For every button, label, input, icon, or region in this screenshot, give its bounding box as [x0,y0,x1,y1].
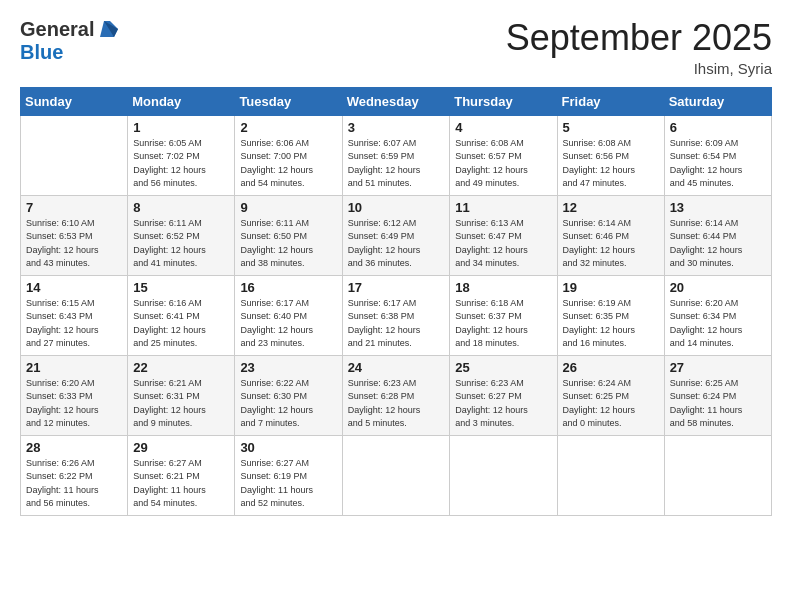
day-info: Sunrise: 6:16 AM Sunset: 6:41 PM Dayligh… [133,297,229,351]
header: General Blue September 2025 Ihsim, Syria [20,18,772,77]
calendar-header-wednesday: Wednesday [342,87,450,115]
calendar-cell: 24Sunrise: 6:23 AM Sunset: 6:28 PM Dayli… [342,355,450,435]
day-number: 9 [240,200,336,215]
day-number: 10 [348,200,445,215]
day-number: 29 [133,440,229,455]
day-number: 17 [348,280,445,295]
day-number: 2 [240,120,336,135]
day-number: 12 [563,200,659,215]
day-info: Sunrise: 6:17 AM Sunset: 6:40 PM Dayligh… [240,297,336,351]
day-info: Sunrise: 6:27 AM Sunset: 6:21 PM Dayligh… [133,457,229,511]
calendar-week-5: 28Sunrise: 6:26 AM Sunset: 6:22 PM Dayli… [21,435,772,515]
day-info: Sunrise: 6:14 AM Sunset: 6:46 PM Dayligh… [563,217,659,271]
day-number: 7 [26,200,122,215]
calendar-week-3: 14Sunrise: 6:15 AM Sunset: 6:43 PM Dayli… [21,275,772,355]
day-info: Sunrise: 6:20 AM Sunset: 6:33 PM Dayligh… [26,377,122,431]
day-number: 13 [670,200,766,215]
calendar-week-4: 21Sunrise: 6:20 AM Sunset: 6:33 PM Dayli… [21,355,772,435]
calendar-cell: 19Sunrise: 6:19 AM Sunset: 6:35 PM Dayli… [557,275,664,355]
calendar-cell: 29Sunrise: 6:27 AM Sunset: 6:21 PM Dayli… [128,435,235,515]
day-info: Sunrise: 6:24 AM Sunset: 6:25 PM Dayligh… [563,377,659,431]
calendar-cell: 2Sunrise: 6:06 AM Sunset: 7:00 PM Daylig… [235,115,342,195]
calendar-cell: 8Sunrise: 6:11 AM Sunset: 6:52 PM Daylig… [128,195,235,275]
day-number: 20 [670,280,766,295]
day-info: Sunrise: 6:15 AM Sunset: 6:43 PM Dayligh… [26,297,122,351]
location: Ihsim, Syria [506,60,772,77]
day-info: Sunrise: 6:20 AM Sunset: 6:34 PM Dayligh… [670,297,766,351]
day-info: Sunrise: 6:10 AM Sunset: 6:53 PM Dayligh… [26,217,122,271]
day-number: 4 [455,120,551,135]
calendar-header-thursday: Thursday [450,87,557,115]
calendar-cell: 16Sunrise: 6:17 AM Sunset: 6:40 PM Dayli… [235,275,342,355]
calendar-cell: 22Sunrise: 6:21 AM Sunset: 6:31 PM Dayli… [128,355,235,435]
day-number: 19 [563,280,659,295]
calendar-cell: 3Sunrise: 6:07 AM Sunset: 6:59 PM Daylig… [342,115,450,195]
day-info: Sunrise: 6:14 AM Sunset: 6:44 PM Dayligh… [670,217,766,271]
day-number: 24 [348,360,445,375]
month-title: September 2025 [506,18,772,58]
calendar-cell: 4Sunrise: 6:08 AM Sunset: 6:57 PM Daylig… [450,115,557,195]
calendar-cell: 10Sunrise: 6:12 AM Sunset: 6:49 PM Dayli… [342,195,450,275]
day-number: 1 [133,120,229,135]
calendar-header-saturday: Saturday [664,87,771,115]
calendar-cell: 7Sunrise: 6:10 AM Sunset: 6:53 PM Daylig… [21,195,128,275]
day-info: Sunrise: 6:13 AM Sunset: 6:47 PM Dayligh… [455,217,551,271]
calendar-cell: 18Sunrise: 6:18 AM Sunset: 6:37 PM Dayli… [450,275,557,355]
day-info: Sunrise: 6:08 AM Sunset: 6:56 PM Dayligh… [563,137,659,191]
day-number: 3 [348,120,445,135]
day-info: Sunrise: 6:08 AM Sunset: 6:57 PM Dayligh… [455,137,551,191]
calendar-cell: 30Sunrise: 6:27 AM Sunset: 6:19 PM Dayli… [235,435,342,515]
calendar-cell: 23Sunrise: 6:22 AM Sunset: 6:30 PM Dayli… [235,355,342,435]
day-info: Sunrise: 6:07 AM Sunset: 6:59 PM Dayligh… [348,137,445,191]
calendar-cell: 11Sunrise: 6:13 AM Sunset: 6:47 PM Dayli… [450,195,557,275]
calendar-cell: 1Sunrise: 6:05 AM Sunset: 7:02 PM Daylig… [128,115,235,195]
day-info: Sunrise: 6:19 AM Sunset: 6:35 PM Dayligh… [563,297,659,351]
day-info: Sunrise: 6:11 AM Sunset: 6:52 PM Dayligh… [133,217,229,271]
calendar-cell: 5Sunrise: 6:08 AM Sunset: 6:56 PM Daylig… [557,115,664,195]
calendar-cell [21,115,128,195]
day-number: 14 [26,280,122,295]
day-number: 22 [133,360,229,375]
calendar-cell: 28Sunrise: 6:26 AM Sunset: 6:22 PM Dayli… [21,435,128,515]
calendar-cell: 6Sunrise: 6:09 AM Sunset: 6:54 PM Daylig… [664,115,771,195]
day-number: 18 [455,280,551,295]
calendar-cell [450,435,557,515]
calendar-cell: 21Sunrise: 6:20 AM Sunset: 6:33 PM Dayli… [21,355,128,435]
day-number: 8 [133,200,229,215]
calendar-cell: 13Sunrise: 6:14 AM Sunset: 6:44 PM Dayli… [664,195,771,275]
day-number: 25 [455,360,551,375]
day-number: 30 [240,440,336,455]
calendar-week-2: 7Sunrise: 6:10 AM Sunset: 6:53 PM Daylig… [21,195,772,275]
day-number: 15 [133,280,229,295]
day-number: 28 [26,440,122,455]
calendar-header-monday: Monday [128,87,235,115]
logo: General Blue [20,18,118,64]
day-number: 23 [240,360,336,375]
day-number: 21 [26,360,122,375]
day-info: Sunrise: 6:21 AM Sunset: 6:31 PM Dayligh… [133,377,229,431]
calendar-cell: 27Sunrise: 6:25 AM Sunset: 6:24 PM Dayli… [664,355,771,435]
calendar-cell: 15Sunrise: 6:16 AM Sunset: 6:41 PM Dayli… [128,275,235,355]
day-number: 27 [670,360,766,375]
day-info: Sunrise: 6:23 AM Sunset: 6:27 PM Dayligh… [455,377,551,431]
calendar-cell [557,435,664,515]
day-info: Sunrise: 6:27 AM Sunset: 6:19 PM Dayligh… [240,457,336,511]
calendar-header-row: SundayMondayTuesdayWednesdayThursdayFrid… [21,87,772,115]
calendar-header-sunday: Sunday [21,87,128,115]
calendar-cell [342,435,450,515]
calendar-cell: 14Sunrise: 6:15 AM Sunset: 6:43 PM Dayli… [21,275,128,355]
calendar-cell: 9Sunrise: 6:11 AM Sunset: 6:50 PM Daylig… [235,195,342,275]
day-number: 11 [455,200,551,215]
day-info: Sunrise: 6:05 AM Sunset: 7:02 PM Dayligh… [133,137,229,191]
day-info: Sunrise: 6:09 AM Sunset: 6:54 PM Dayligh… [670,137,766,191]
day-number: 6 [670,120,766,135]
day-info: Sunrise: 6:18 AM Sunset: 6:37 PM Dayligh… [455,297,551,351]
day-info: Sunrise: 6:22 AM Sunset: 6:30 PM Dayligh… [240,377,336,431]
calendar-cell: 26Sunrise: 6:24 AM Sunset: 6:25 PM Dayli… [557,355,664,435]
day-info: Sunrise: 6:26 AM Sunset: 6:22 PM Dayligh… [26,457,122,511]
calendar-cell: 25Sunrise: 6:23 AM Sunset: 6:27 PM Dayli… [450,355,557,435]
calendar-header-friday: Friday [557,87,664,115]
day-info: Sunrise: 6:12 AM Sunset: 6:49 PM Dayligh… [348,217,445,271]
logo-blue-text: Blue [20,41,63,64]
page: General Blue September 2025 Ihsim, Syria… [0,0,792,612]
